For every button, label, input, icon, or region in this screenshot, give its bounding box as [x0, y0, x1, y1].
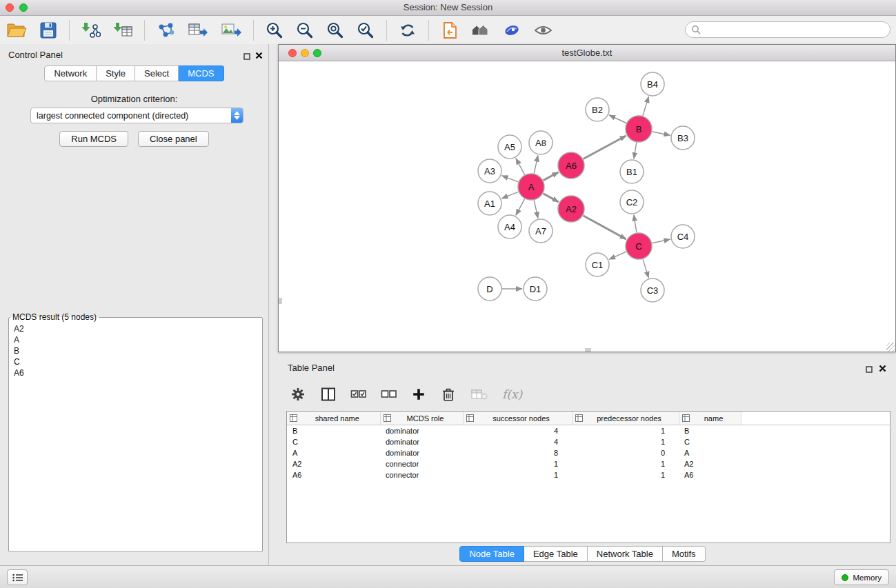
delete-table-button[interactable]	[470, 387, 488, 402]
tab-style[interactable]: Style	[97, 65, 135, 81]
open-session-button[interactable]	[3, 19, 30, 42]
zoom-fit-button[interactable]	[323, 19, 347, 42]
zoom-in-button[interactable]	[263, 19, 286, 42]
graph-edge-A-A4[interactable]	[516, 199, 525, 216]
table-row[interactable]: A6connector11A6	[287, 469, 890, 480]
new-network-button[interactable]	[154, 19, 178, 42]
close-panel-button[interactable]: Close panel	[138, 131, 209, 147]
result-item[interactable]: C	[10, 356, 261, 367]
network-graph[interactable]: B4B2BB3A5A8A6B1A3AC2A1A2A4A7C4CC1C3DD1	[279, 61, 895, 352]
table-cell[interactable]: dominator	[380, 425, 463, 437]
create-column-button[interactable]	[411, 387, 426, 402]
zoom-selected-button[interactable]	[354, 19, 377, 42]
table-row[interactable]: A2connector11A2	[287, 458, 890, 469]
close-table-panel-icon[interactable]	[879, 363, 886, 375]
table-cell[interactable]: 1	[572, 469, 679, 480]
column-header-shared-name[interactable]: shared name	[287, 412, 380, 425]
graph-edge-C-C3[interactable]	[643, 259, 648, 278]
table-row[interactable]: Adominator80A	[287, 447, 890, 458]
tab-node-table[interactable]: Node Table	[459, 546, 524, 562]
table-cell[interactable]: 1	[572, 436, 679, 447]
table-cell[interactable]: 4	[463, 425, 572, 437]
tab-edge-table[interactable]: Edge Table	[524, 546, 588, 562]
table-cell[interactable]: A6	[679, 469, 741, 480]
table-row[interactable]: Cdominator41C	[287, 436, 890, 447]
graph-edge-C-C4[interactable]	[653, 239, 670, 243]
table-cell[interactable]: A6	[287, 469, 380, 480]
graph-edge-B-B1[interactable]	[634, 143, 637, 159]
float-panel-icon[interactable]	[243, 50, 250, 63]
column-header-mcds-role[interactable]: MCDS role	[380, 412, 463, 425]
table-cell[interactable]: A	[287, 447, 380, 458]
graph-edge-A-A1[interactable]	[502, 192, 519, 199]
tab-mcds[interactable]: MCDS	[179, 65, 223, 81]
graph-edge-C-C1[interactable]	[609, 252, 626, 259]
result-item[interactable]: A2	[10, 323, 261, 334]
table-cell[interactable]: A2	[679, 458, 741, 469]
table-cell[interactable]: 1	[463, 469, 572, 480]
export-table-button[interactable]	[185, 19, 211, 42]
run-mcds-button[interactable]: Run MCDS	[59, 131, 128, 147]
tab-motifs[interactable]: Motifs	[663, 546, 706, 562]
graph-edge-B-B4[interactable]	[643, 97, 649, 116]
graph-edge-A-A6[interactable]	[544, 172, 559, 181]
table-cell[interactable]: 1	[463, 458, 572, 469]
delete-column-button[interactable]	[440, 386, 457, 403]
table-cell[interactable]: A	[679, 447, 741, 458]
table-cell[interactable]: C	[287, 436, 380, 447]
table-cell[interactable]: dominator	[380, 436, 463, 447]
table-settings-button[interactable]	[290, 386, 306, 403]
table-cell[interactable]: 1	[572, 458, 679, 469]
column-header-name[interactable]: name	[679, 412, 741, 425]
graph-edge-B-B3[interactable]	[653, 132, 670, 135]
tab-network[interactable]: Network	[44, 65, 97, 81]
refresh-button[interactable]	[396, 19, 419, 42]
table-cell[interactable]: A2	[287, 458, 380, 469]
import-table-button[interactable]	[110, 19, 135, 42]
graph-edge-A-A3[interactable]	[502, 176, 519, 182]
table-cell[interactable]: 1	[572, 425, 679, 437]
zoom-out-button[interactable]	[293, 19, 317, 42]
task-history-button[interactable]	[7, 569, 28, 585]
show-columns-button[interactable]	[320, 386, 337, 403]
import-network-button[interactable]	[79, 19, 103, 42]
network-file-button[interactable]	[438, 19, 461, 42]
table-cell[interactable]: connector	[380, 458, 463, 469]
float-table-panel-icon[interactable]	[866, 363, 873, 376]
close-panel-icon[interactable]	[255, 50, 263, 62]
graph-edge-B-B2[interactable]	[609, 115, 626, 123]
graph-edge-A-A7[interactable]	[534, 201, 538, 219]
graph-edge-A-A2[interactable]	[544, 194, 559, 202]
table-cell[interactable]: connector	[380, 469, 463, 480]
tab-network-table[interactable]: Network Table	[588, 546, 663, 562]
graph-edge-A6-B[interactable]	[584, 136, 626, 159]
table-cell[interactable]: B	[287, 425, 380, 437]
table-row[interactable]: Bdominator41B	[287, 425, 890, 437]
export-image-button[interactable]	[218, 19, 244, 42]
network-canvas[interactable]: B4B2BB3A5A8A6B1A3AC2A1A2A4A7C4CC1C3DD1	[279, 61, 895, 352]
table-cell[interactable]: 4	[463, 436, 572, 447]
result-item[interactable]: B	[10, 345, 261, 356]
result-item[interactable]: A6	[10, 367, 261, 378]
graph-edge-A-A8[interactable]	[534, 156, 538, 174]
tab-select[interactable]: Select	[135, 65, 179, 81]
memory-button[interactable]: Memory	[834, 569, 889, 585]
resize-grip[interactable]	[886, 343, 895, 352]
table-cell[interactable]: dominator	[380, 447, 463, 458]
column-header-predecessor-nodes[interactable]: predecessor nodes	[572, 412, 679, 425]
graph-edge-A-A5[interactable]	[516, 159, 525, 175]
search-input[interactable]	[704, 24, 884, 35]
home-button[interactable]	[468, 19, 493, 42]
table-cell[interactable]: B	[679, 425, 741, 437]
graph-edge-A2-C[interactable]	[584, 216, 626, 239]
column-header-successor-nodes[interactable]: successor nodes	[463, 412, 572, 425]
show-graphics-button[interactable]	[531, 19, 555, 42]
save-session-button[interactable]	[37, 19, 60, 42]
vizmapper-button[interactable]	[500, 19, 524, 42]
criterion-dropdown[interactable]: largest connected component (directed)	[30, 108, 243, 123]
table-cell[interactable]: 8	[463, 447, 572, 458]
graph-edge-C-C2[interactable]	[634, 215, 637, 232]
table-cell[interactable]: C	[679, 436, 741, 447]
result-item[interactable]: A	[10, 334, 261, 345]
search-box[interactable]	[685, 21, 890, 38]
